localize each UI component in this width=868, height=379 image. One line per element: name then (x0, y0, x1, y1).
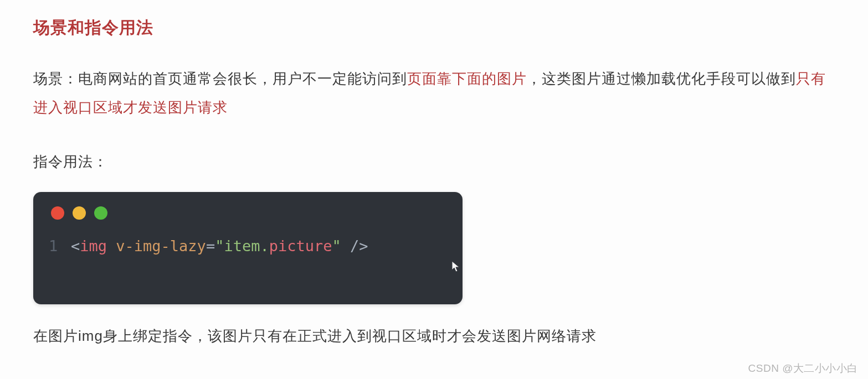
para-text-pre: 场景：电商网站的首页通常会很长，用户不一定能访问到 (33, 70, 407, 87)
code-quote-open: " (215, 237, 224, 255)
code-tag: img (80, 237, 107, 255)
explanation-paragraph: 在图片img身上绑定指令，该图片只有在正式进入到视口区域时才会发送图片网络请求 (33, 326, 835, 346)
maximize-icon (94, 206, 107, 220)
code-bracket-open: < (71, 237, 80, 255)
minimize-icon (73, 206, 86, 220)
section-heading: 场景和指令用法 (33, 17, 835, 39)
close-icon (51, 206, 64, 220)
code-line-1: 1<img v-img-lazy="item.picture" /> (49, 237, 447, 289)
code-space (107, 237, 116, 255)
line-number: 1 (49, 237, 71, 255)
code-space-2 (341, 237, 350, 255)
watermark: CSDN @大二小小小白 (748, 361, 858, 376)
window-traffic-lights (49, 206, 447, 220)
usage-label: 指令用法： (33, 148, 835, 175)
code-attr: v-img-lazy (116, 237, 206, 255)
para-highlight-1: 页面靠下面的图片 (407, 70, 527, 87)
code-window: 1<img v-img-lazy="item.picture" /> (33, 192, 463, 304)
code-dot: . (260, 237, 269, 255)
para-text-mid: ，这类图片通过懒加载优化手段可以做到 (527, 70, 796, 87)
code-bracket-close: /> (350, 237, 368, 255)
code-str-obj: item (224, 237, 260, 255)
code-eq: = (206, 237, 215, 255)
code-quote-close: " (332, 237, 341, 255)
scenario-paragraph: 场景：电商网站的首页通常会很长，用户不一定能访问到页面靠下面的图片，这类图片通过… (33, 64, 835, 122)
code-str-prop: picture (269, 237, 332, 255)
cursor-icon (412, 247, 460, 289)
